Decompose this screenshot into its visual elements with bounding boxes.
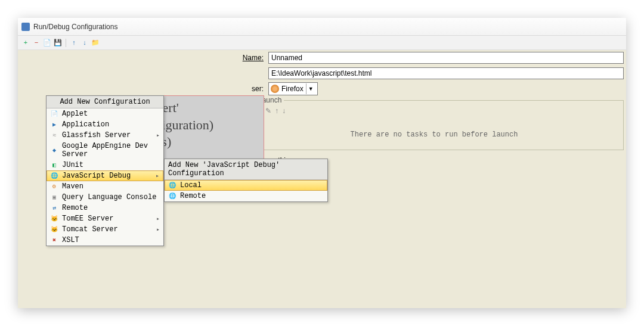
html-file-input[interactable] bbox=[268, 67, 624, 79]
local-icon: 🌐 bbox=[168, 181, 177, 190]
remote-icon: 🌐 bbox=[168, 192, 177, 200]
copy-icon[interactable]: 📄 bbox=[43, 39, 51, 47]
before-launch-fieldset: re launch + − ✎ ↑ ↓ There are no tasks t… bbox=[244, 100, 624, 150]
down-task-icon[interactable]: ↓ bbox=[282, 107, 286, 115]
down-icon[interactable]: ↓ bbox=[80, 39, 89, 47]
glassfish-server-icon: ≈ bbox=[50, 131, 58, 139]
menu-item-label: Query Language Console bbox=[62, 193, 156, 201]
no-tasks-text: There are no tasks to run before launch bbox=[250, 116, 618, 145]
tooltip-fragment: sert' figuration) (s) bbox=[151, 95, 264, 168]
application-icon: ▶ bbox=[50, 120, 58, 129]
query-language-console-icon: ▣ bbox=[50, 193, 58, 201]
chevron-down-icon[interactable]: ▼ bbox=[306, 83, 315, 94]
js-debug-submenu: Add New 'JavaScript Debug' Configuration… bbox=[164, 159, 328, 202]
submenu-item-local[interactable]: 🌐Local bbox=[165, 180, 327, 191]
name-label: Name: bbox=[18, 54, 268, 62]
menu-header: Add New Configuration bbox=[47, 96, 163, 108]
up-icon[interactable]: ↑ bbox=[70, 39, 78, 47]
menu-item-label: TomEE Server bbox=[62, 215, 113, 223]
menu-item-tomee-server[interactable]: 🐱TomEE Server bbox=[47, 213, 163, 224]
add-icon[interactable]: + bbox=[21, 39, 30, 47]
menu-item-label: JavaScript Debug bbox=[62, 172, 131, 180]
menu-item-label: XSLT bbox=[62, 236, 79, 244]
xslt-icon: ✖ bbox=[50, 236, 58, 244]
junit-icon: ◧ bbox=[50, 161, 58, 169]
maven-icon: ⚙ bbox=[50, 182, 58, 191]
browser-select[interactable]: Firefox ▼ bbox=[268, 82, 318, 95]
menu-item-applet[interactable]: 📄Applet bbox=[47, 108, 163, 119]
menu-item-label: Remote bbox=[62, 204, 88, 212]
window-titlebar: Run/Debug Configurations bbox=[18, 18, 626, 36]
menu-item-label: Application bbox=[62, 120, 109, 129]
edit-task-icon[interactable]: ✎ bbox=[265, 107, 271, 115]
menu-item-google-appengine-dev-server[interactable]: ◆Google AppEngine Dev Server bbox=[47, 141, 163, 160]
save-icon[interactable]: 💾 bbox=[54, 39, 62, 47]
remove-icon[interactable]: − bbox=[32, 39, 41, 47]
separator bbox=[66, 39, 66, 47]
tomee-server-icon: 🐱 bbox=[50, 215, 58, 223]
menu-item-application[interactable]: ▶Application bbox=[47, 119, 163, 130]
submenu-item-label: Remote bbox=[180, 192, 206, 200]
browser-label: ser: bbox=[18, 85, 268, 93]
submenu-item-remote[interactable]: 🌐Remote bbox=[165, 191, 327, 201]
google-appengine-dev-server-icon: ◆ bbox=[50, 146, 58, 154]
menu-item-remote[interactable]: ⇄Remote bbox=[47, 203, 163, 213]
toolbar: + − 📄 💾 ↑ ↓ 📁 bbox=[18, 36, 626, 50]
menu-item-maven[interactable]: ⚙Maven bbox=[47, 181, 163, 192]
add-configuration-menu: Add New Configuration 📄Applet▶Applicatio… bbox=[46, 95, 164, 246]
menu-item-tomcat-server[interactable]: 🐱Tomcat Server bbox=[47, 224, 163, 235]
menu-item-label: Glassfish Server bbox=[62, 131, 131, 139]
folder-icon[interactable]: 📁 bbox=[91, 39, 100, 47]
window-title: Run/Debug Configurations bbox=[33, 23, 117, 31]
menu-item-label: Tomcat Server bbox=[62, 225, 118, 234]
submenu-item-label: Local bbox=[180, 181, 202, 190]
submenu-header: Add New 'JavaScript Debug' Configuration bbox=[165, 159, 327, 180]
firefox-icon bbox=[271, 85, 279, 93]
menu-item-glassfish-server[interactable]: ≈Glassfish Server bbox=[47, 130, 163, 141]
menu-item-label: Applet bbox=[62, 110, 88, 118]
menu-item-javascript-debug[interactable]: 🌐JavaScript Debug bbox=[47, 170, 163, 181]
remote-icon: ⇄ bbox=[50, 204, 58, 212]
menu-item-junit[interactable]: ◧JUnit bbox=[47, 160, 163, 170]
menu-item-label: JUnit bbox=[62, 161, 83, 169]
menu-item-xslt[interactable]: ✖XSLT bbox=[47, 235, 163, 246]
javascript-debug-icon: 🌐 bbox=[50, 172, 58, 180]
menu-item-label: Maven bbox=[62, 182, 83, 191]
app-icon bbox=[21, 23, 30, 31]
name-input[interactable] bbox=[268, 52, 624, 64]
up-task-icon[interactable]: ↑ bbox=[275, 107, 278, 115]
tomcat-server-icon: 🐱 bbox=[50, 225, 58, 234]
menu-item-query-language-console[interactable]: ▣Query Language Console bbox=[47, 192, 163, 203]
applet-icon: 📄 bbox=[50, 110, 58, 118]
browser-value: Firefox bbox=[281, 85, 304, 93]
menu-item-label: Google AppEngine Dev Server bbox=[62, 142, 160, 159]
